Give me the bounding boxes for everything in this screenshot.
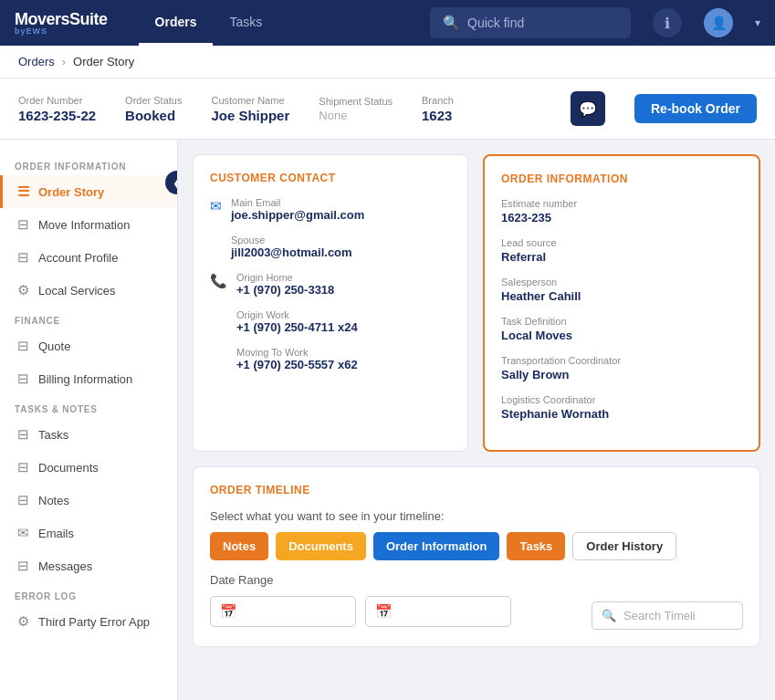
sidebar-section-finance: FINANCE [0,307,177,329]
origin-work-icon: 📞 [210,310,227,327]
sidebar-item-label-account-profile: Account Profile [38,251,118,265]
search-timeline-icon: 🔍 [602,609,616,622]
search-timeline-input[interactable] [623,609,733,622]
sidebar-item-billing-information[interactable]: ⊟ Billing Information [0,362,177,395]
spouse-value: jill2003@hotmail.com [231,246,352,259]
logo-text: MoversSuite [15,11,108,27]
sidebar-item-tasks[interactable]: ⊟ Tasks [0,418,177,451]
customer-name-field: Customer Name Joe Shipper [211,95,289,123]
sidebar-item-label-error-app: Third Party Error App [38,615,150,629]
sidebar-item-label-emails: Emails [38,527,74,540]
transportation-coordinator-label: Transportation Coordinator [501,355,742,366]
billing-icon: ⊟ [17,371,29,387]
contact-origin-home: 📞 Origin Home +1 (970) 250-3318 [210,272,451,297]
customer-contact-card: CUSTOMER CONTACT ✉ Main Email joe.shippe… [193,154,468,452]
branch-field: Branch 1623 [422,95,454,123]
quick-find-bar: 🔍 [430,7,631,38]
sidebar-section-order: ORDER INFORMATION [0,152,177,175]
tasks-icon: ⊟ [17,426,29,443]
order-number-label: Order Number [18,95,96,106]
customer-name-label: Customer Name [211,95,289,106]
sidebar-item-local-services[interactable]: ⚙ Local Services [0,274,177,307]
messages-icon: ⊟ [17,558,29,574]
order-story-icon: ☰ [17,183,29,200]
search-icon: 🔍 [443,15,460,31]
customer-name-value: Joe Shipper [211,108,289,123]
message-button[interactable]: 💬 [571,91,605,126]
rebook-button[interactable]: Re-book Order [634,94,757,123]
user-menu-chevron[interactable]: ▾ [755,16,760,29]
main-layout: ORDER INFORMATION ❮ ☰ Order Story ⊟ Move… [0,140,775,700]
estimate-number-field: Estimate number 1623-235 [501,198,742,225]
logistics-coordinator-value: Stephanie Wornath [501,407,742,421]
sidebar-item-label-quote: Quote [38,340,70,353]
info-icon[interactable]: ℹ [653,8,682,37]
sidebar-item-messages[interactable]: ⊟ Messages [0,549,177,582]
order-status-field: Order Status Booked [125,95,182,123]
task-definition-label: Task Definition [501,316,742,327]
logo-subtext: byEWS [15,27,108,36]
date-range-end[interactable]: 📅 [365,596,511,627]
origin-work-value: +1 (970) 250-4711 x24 [236,320,358,334]
order-header: Order Number 1623-235-22 Order Status Bo… [0,78,775,140]
sidebar: ORDER INFORMATION ❮ ☰ Order Story ⊟ Move… [0,140,178,700]
contact-origin-work: 📞 Origin Work +1 (970) 250-4711 x24 [210,309,451,334]
order-status-value: Booked [125,108,182,123]
calendar-start-icon: 📅 [220,603,237,620]
sidebar-item-move-information[interactable]: ⊟ Move Information [0,208,177,241]
error-app-icon: ⚙ [17,613,29,630]
move-information-icon: ⊟ [17,216,29,233]
logistics-coordinator-label: Logistics Coordinator [501,394,742,405]
sidebar-item-label-billing: Billing Information [38,372,132,386]
calendar-end-icon: 📅 [375,603,393,620]
search-input[interactable] [467,16,613,30]
email-icon: ✉ [210,198,222,214]
date-range-start[interactable]: 📅 [210,596,356,627]
lead-source-value: Referral [501,250,742,264]
user-avatar[interactable]: 👤 [704,8,733,37]
sidebar-item-label-local-services: Local Services [38,284,116,298]
sidebar-item-notes[interactable]: ⊟ Notes [0,484,177,517]
order-timeline-card: ORDER TIMELINE Select what you want to s… [193,466,760,647]
sidebar-item-quote[interactable]: ⊟ Quote [0,329,177,362]
contact-spouse: ✉ Spouse jill2003@hotmail.com [210,235,451,259]
moving-to-work-value: +1 (970) 250-5557 x62 [236,358,358,371]
transportation-coordinator-value: Sally Brown [501,368,742,381]
date-range-row: 📅 📅 [210,596,511,627]
breadcrumb-separator: › [62,55,66,68]
sidebar-section-tasks: TASKS & NOTES [0,395,177,418]
order-information-title: ORDER INFORMATION [501,172,742,185]
sidebar-item-third-party-error[interactable]: ⚙ Third Party Error App [0,605,177,638]
breadcrumb-orders[interactable]: Orders [18,55,55,68]
nav-links: Orders Tasks [139,0,279,46]
sidebar-item-documents[interactable]: ⊟ Documents [0,451,177,484]
shipment-status-label: Shipment Status [319,96,393,107]
transportation-coordinator-field: Transportation Coordinator Sally Brown [501,355,742,381]
sidebar-item-label-move-information: Move Information [38,218,130,232]
timeline-orderinfo-button[interactable]: Order Information [373,532,500,560]
phone-icon: 📞 [210,273,227,289]
breadcrumb: Orders › Order Story [0,46,775,78]
nav-tasks[interactable]: Tasks [213,0,278,46]
origin-home-value: +1 (970) 250-3318 [236,283,334,297]
moving-to-work-icon: 📞 [210,348,227,364]
timeline-orderhistory-button[interactable]: Order History [572,532,676,560]
moving-to-work-label: Moving To Work [236,347,358,358]
order-information-card: ORDER INFORMATION Estimate number 1623-2… [483,154,760,452]
nav-orders[interactable]: Orders [139,0,214,46]
sidebar-item-account-profile[interactable]: ⊟ Account Profile [0,241,177,274]
shipment-status-field: Shipment Status None [319,96,393,122]
timeline-documents-button[interactable]: Documents [276,532,366,560]
sidebar-item-order-story[interactable]: ☰ Order Story [0,175,177,208]
sidebar-item-label-tasks: Tasks [38,428,68,442]
timeline-tasks-button[interactable]: Tasks [507,532,565,560]
sidebar-item-label-messages: Messages [38,559,92,573]
timeline-buttons: Notes Documents Order Information Tasks … [210,532,743,560]
customer-contact-title: CUSTOMER CONTACT [210,172,451,184]
sidebar-item-label-documents: Documents [38,461,99,475]
sidebar-item-emails[interactable]: ✉ Emails [0,517,177,549]
order-number-field: Order Number 1623-235-22 [18,95,96,123]
timeline-notes-button[interactable]: Notes [210,532,268,560]
top-navigation: MoversSuite byEWS Orders Tasks 🔍 ℹ 👤 ▾ [0,0,775,46]
main-email-value: joe.shipper@gmail.com [231,208,364,222]
